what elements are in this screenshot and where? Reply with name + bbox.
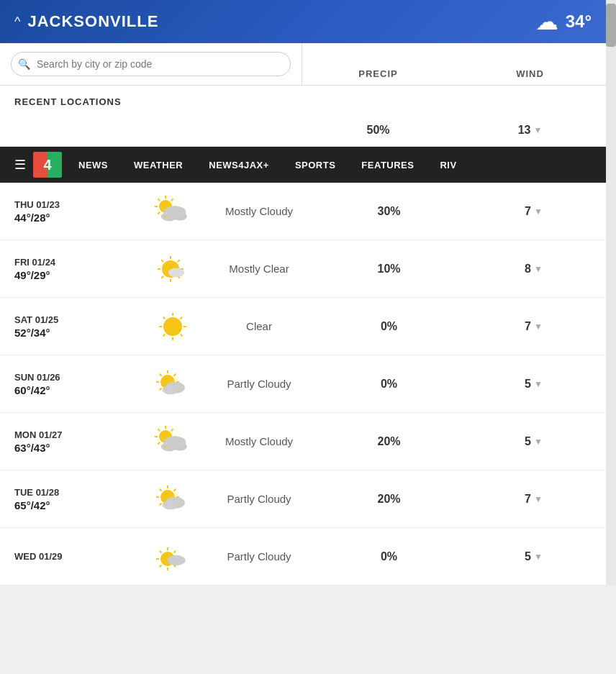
svg-point-55 (164, 436, 186, 449)
day-label: SAT 01/25 (14, 314, 144, 325)
wind-value: 5▼ (461, 378, 606, 391)
column-headers: PRECIP WIND (302, 43, 606, 85)
svg-point-22 (168, 268, 184, 277)
wind-arrow-icon: ▼ (534, 379, 543, 389)
nav-riv[interactable]: RIV (427, 147, 469, 183)
header-right: ☁ 34° (535, 8, 592, 35)
weather-description: Partly Cloudy (201, 550, 317, 563)
weather-condition-icon (144, 309, 201, 345)
table-row: TUE 01/2865°/42°Partly Cloudy20%7▼ (0, 470, 606, 528)
day-label: WED 01/29 (14, 551, 144, 562)
wind-value: 7▼ (461, 493, 606, 506)
wind-arrow-icon: ▼ (534, 437, 543, 447)
table-row: SUN 01/2660°/42°Partly Cloudy0%5▼ (0, 355, 606, 413)
wind-arrow-icon: ▼ (534, 322, 543, 332)
current-temp: 34° (566, 12, 592, 32)
partial-weather-row: 50% 13 ▼ (0, 114, 606, 147)
city-name: JACKSONVILLE (27, 12, 158, 31)
recent-locations-label: RECENT LOCATIONS (0, 86, 606, 114)
temp-range: 60°/42° (14, 384, 144, 396)
weather-description: Mostly Cloudy (201, 435, 317, 447)
day-label: MON 01/27 (14, 429, 144, 440)
wind-value: 7▼ (461, 205, 606, 218)
day-info: FRI 01/2449°/29° (0, 257, 144, 281)
wind-value: 5▼ (461, 435, 606, 448)
svg-line-27 (163, 334, 166, 336)
svg-line-36 (160, 388, 162, 390)
weather-description: Mostly Clear (201, 263, 317, 275)
wind-value: 7▼ (461, 320, 606, 333)
svg-line-31 (181, 316, 183, 319)
precip-value: 0% (317, 320, 461, 333)
wind-value: 5▼ (461, 550, 606, 563)
svg-point-42 (163, 385, 178, 394)
table-row: FRI 01/2449°/29°Mostly Clear10%8▼ (0, 240, 606, 298)
nav-news4jax[interactable]: NEWS4JAX+ (196, 147, 282, 183)
wind-arrow-icon: ▼ (534, 206, 543, 217)
svg-line-73 (160, 550, 162, 552)
wind-direction-icon: ▼ (533, 125, 542, 135)
weather-description: Partly Cloudy (201, 378, 317, 390)
scrollbar[interactable] (606, 0, 616, 586)
day-info: SUN 01/2660°/42° (0, 372, 144, 396)
nav-sports[interactable]: SPORTS (282, 147, 348, 183)
weather-table: THU 01/2344°/28°Mostly Cloudy30%7▼FRI 01… (0, 183, 606, 586)
precip-value: 30% (317, 205, 461, 218)
scrollbar-thumb[interactable] (606, 4, 616, 47)
weather-condition-icon (144, 193, 201, 229)
weather-condition-icon (144, 251, 201, 287)
wind-arrow-icon: ▼ (534, 264, 543, 274)
precip-header: PRECIP (302, 68, 454, 79)
precip-value: 0% (317, 550, 461, 563)
svg-line-54 (171, 429, 173, 431)
wind-arrow-icon: ▼ (534, 494, 543, 504)
precip-value: 10% (317, 263, 461, 275)
table-row: WED 01/29Partly Cloudy0%5▼ (0, 528, 606, 586)
weather-condition-icon (144, 481, 201, 517)
svg-line-50 (158, 442, 160, 444)
day-info: SAT 01/2552°/34° (0, 314, 144, 339)
wind-arrow-icon: ▼ (534, 552, 543, 562)
table-row: THU 01/2344°/28°Mostly Cloudy30%7▼ (0, 183, 606, 240)
nav-items: NEWS WEATHER NEWS4JAX+ SPORTS FEATURES R… (65, 147, 599, 183)
top-section: 🔍 PRECIP WIND (0, 43, 606, 86)
svg-line-40 (173, 373, 176, 375)
svg-line-25 (181, 334, 183, 336)
table-row: MON 01/2763°/43°Mostly Cloudy20%5▼ (0, 413, 606, 470)
svg-point-12 (164, 206, 186, 219)
svg-line-29 (163, 316, 166, 319)
weather-icon: ☁ (535, 8, 558, 35)
svg-line-75 (173, 550, 176, 552)
hamburger-icon[interactable]: ☰ (7, 157, 33, 173)
nav-news[interactable]: NEWS (65, 147, 121, 183)
svg-line-11 (171, 199, 173, 201)
search-input[interactable] (11, 52, 291, 76)
search-icon: 🔍 (18, 58, 30, 70)
temp-range: 63°/43° (14, 442, 144, 454)
nav-weather[interactable]: WEATHER (121, 147, 196, 183)
day-label: THU 01/23 (14, 199, 144, 210)
day-info: MON 01/2763°/43° (0, 429, 144, 454)
navbar: ☰ 4 NEWS WEATHER NEWS4JAX+ SPORTS FEATUR… (0, 147, 606, 183)
weather-description: Clear (201, 320, 317, 332)
precip-value: 0% (317, 378, 461, 391)
precip-value: 20% (317, 493, 461, 506)
day-info: TUE 01/2865°/42° (0, 487, 144, 511)
weather-condition-icon (144, 424, 201, 460)
weather-condition-icon (144, 539, 201, 575)
svg-line-60 (160, 503, 162, 505)
wind-value: 8▼ (461, 263, 606, 275)
svg-point-23 (163, 317, 182, 336)
day-info: THU 01/2344°/28° (0, 199, 144, 224)
nav-features[interactable]: FEATURES (348, 147, 427, 183)
temp-range: 49°/29° (14, 269, 144, 281)
svg-line-9 (158, 199, 160, 201)
weather-description: Partly Cloudy (201, 493, 317, 505)
svg-line-64 (173, 488, 176, 491)
table-row: SAT 01/2552°/34°Clear0%7▼ (0, 298, 606, 355)
collapse-icon[interactable]: ^ (14, 14, 20, 29)
svg-line-62 (160, 488, 162, 491)
channel-logo: 4 (33, 152, 62, 178)
svg-line-7 (158, 211, 160, 214)
partial-precip: 50% (302, 124, 454, 137)
